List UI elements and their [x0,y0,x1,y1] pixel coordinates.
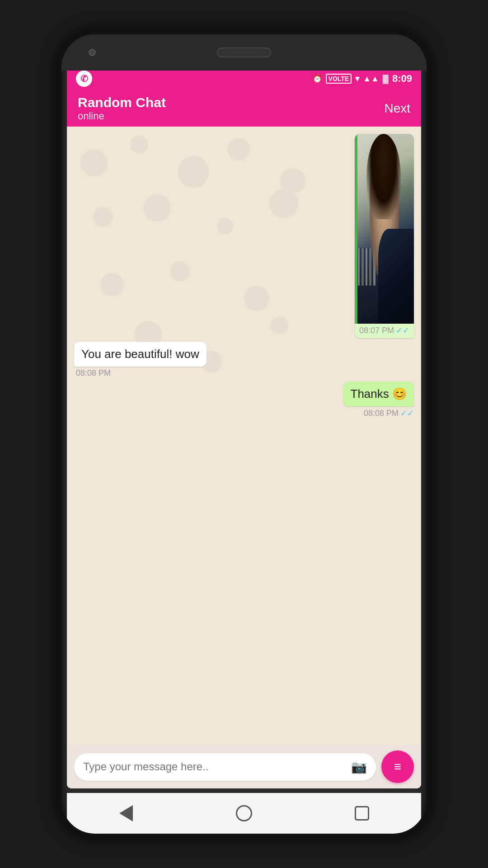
phone-screen: ✆ ⏰ VOLTE ▾ ▲▲ ▓ 8:09 Random Chat online… [67,67,421,788]
wifi-icon: ▾ [355,74,359,84]
status-bar-right: ⏰ VOLTE ▾ ▲▲ ▓ 8:09 [312,73,412,85]
status-bar-left: ✆ [76,71,92,87]
clock: 8:09 [392,73,412,85]
photo-bubble: 08:07 PM ✓✓ [355,134,414,338]
outgoing-timestamp: 08:08 PM [364,409,399,418]
send-icon: ≡ [394,760,401,774]
photo-time: 08:07 PM ✓✓ [355,324,414,338]
outgoing-bubble: Thanks 😊 [343,382,414,406]
outgoing-text: Thanks 😊 [351,387,407,401]
incoming-time: 08:08 PM [76,368,206,378]
chat-messages: 08:07 PM ✓✓ You are beautiful! wow 08:08… [67,127,421,425]
incoming-text: You are beautiful! wow [81,347,199,361]
header-title: Random Chat [78,95,166,110]
read-receipt-outgoing: ✓✓ [400,408,414,418]
battery-icon: ▓ [383,74,389,84]
whatsapp-icon: ✆ [76,71,92,87]
outgoing-message: Thanks 😊 08:08 PM ✓✓ [343,382,414,418]
back-button[interactable] [115,802,137,825]
earpiece-speaker [217,47,271,57]
photo-message: 08:07 PM ✓✓ [355,134,414,338]
camera-icon[interactable]: 📷 [351,760,367,774]
front-camera [89,49,96,56]
home-button[interactable] [233,802,255,825]
signal-icon: ▲▲ [363,74,379,84]
incoming-bubble: You are beautiful! wow [74,342,206,367]
volte-badge: VOLTE [326,74,352,84]
header-info: Random Chat online [78,95,166,122]
home-icon [236,805,252,821]
input-area: 📷 ≡ [67,745,421,788]
recent-apps-button[interactable] [351,802,373,825]
message-input[interactable] [83,760,351,773]
incoming-message: You are beautiful! wow 08:08 PM [74,342,206,378]
outgoing-time: 08:08 PM ✓✓ [343,408,414,418]
alarm-icon: ⏰ [312,74,322,84]
photo-timestamp: 08:07 PM [359,326,394,335]
message-input-wrapper: 📷 [74,753,376,781]
next-button[interactable]: Next [384,101,410,116]
back-icon [119,805,133,821]
app-header: Random Chat online Next [67,90,421,127]
photo-image[interactable] [355,134,414,324]
phone-hardware-bar [61,34,427,71]
send-button[interactable]: ≡ [381,750,414,783]
read-receipt-photo: ✓✓ [396,326,409,335]
recent-apps-icon [355,806,369,821]
chat-area: 08:07 PM ✓✓ You are beautiful! wow 08:08… [67,127,421,745]
bottom-nav [67,793,421,834]
phone-frame: ✆ ⏰ VOLTE ▾ ▲▲ ▓ 8:09 Random Chat online… [59,32,429,836]
header-status: online [78,110,166,122]
